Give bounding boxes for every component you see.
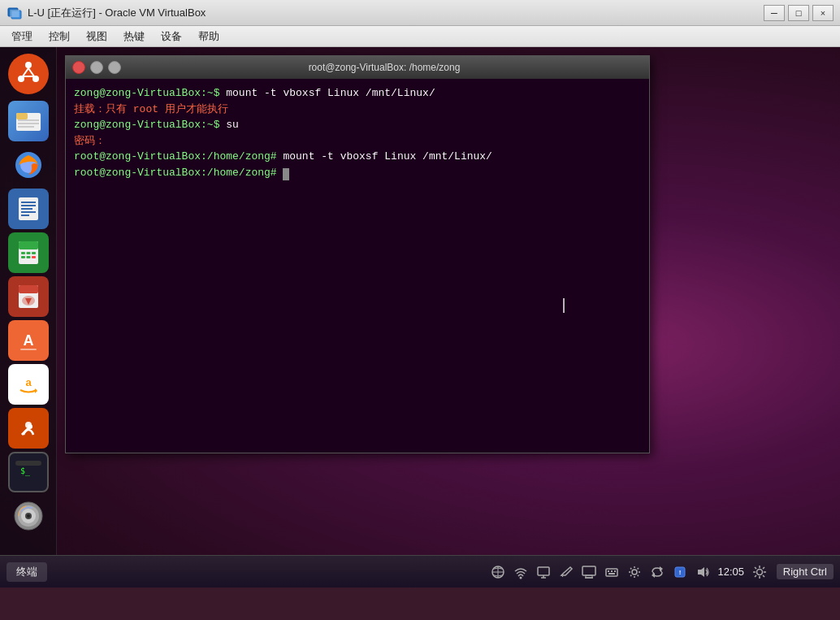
monitor-icon[interactable] bbox=[580, 563, 598, 581]
svg-rect-8 bbox=[16, 113, 28, 119]
svg-rect-22 bbox=[21, 252, 25, 254]
minimize-button[interactable]: ─ bbox=[764, 5, 785, 21]
wifi-icon[interactable] bbox=[512, 563, 530, 581]
svg-rect-44 bbox=[15, 461, 41, 466]
svg-rect-10 bbox=[18, 123, 39, 124]
terminal-cursor bbox=[283, 168, 289, 180]
svg-rect-21 bbox=[19, 241, 38, 249]
terminal-line-1: zong@zong-VirtualBox:~$ mount -t vboxsf … bbox=[74, 85, 641, 102]
svg-text:A: A bbox=[23, 332, 33, 349]
system-settings-icon[interactable] bbox=[751, 563, 769, 581]
svg-rect-11 bbox=[18, 126, 34, 128]
svg-text:$_: $_ bbox=[20, 466, 31, 476]
close-button[interactable]: × bbox=[812, 5, 834, 21]
terminal-minimize-button[interactable] bbox=[90, 61, 103, 74]
titlebar-buttons: ─ □ × bbox=[764, 5, 834, 21]
svg-rect-25 bbox=[21, 256, 25, 258]
taskbar: 终端 bbox=[0, 555, 840, 587]
svg-point-49 bbox=[27, 514, 30, 518]
svg-rect-23 bbox=[26, 252, 30, 254]
titlebar: L-U [正在运行] - Oracle VM VirtualBox ─ □ × bbox=[0, 0, 840, 26]
menu-view[interactable]: 视图 bbox=[78, 28, 115, 46]
cmd-3: mount -t vboxsf Linux /mnt/Linux/ bbox=[283, 150, 491, 163]
terminal-line-2: 挂载：只有 root 用户才能执行 bbox=[74, 102, 641, 118]
prompt-2: zong@zong-VirtualBox:~$ bbox=[74, 119, 226, 131]
svg-rect-18 bbox=[21, 211, 36, 213]
keyboard-icon[interactable] bbox=[603, 563, 621, 581]
svg-marker-71 bbox=[698, 567, 704, 577]
clock-display: 12:05 bbox=[717, 566, 746, 578]
menu-help[interactable]: 帮助 bbox=[190, 28, 227, 46]
right-ctrl-label: Right Ctrl bbox=[777, 564, 834, 579]
sidebar-item-ubuntu[interactable] bbox=[8, 54, 49, 94]
password-label: 密码： bbox=[74, 135, 106, 147]
sidebar-item-files[interactable] bbox=[8, 101, 49, 141]
maximize-button[interactable]: □ bbox=[788, 5, 809, 21]
menu-manage[interactable]: 管理 bbox=[3, 28, 41, 46]
svg-point-66 bbox=[632, 570, 637, 574]
terminal-maximize-button[interactable] bbox=[108, 61, 121, 74]
cmd-2: su bbox=[226, 119, 239, 131]
sidebar-item-impress[interactable] bbox=[8, 276, 49, 317]
pencil-icon[interactable] bbox=[557, 563, 575, 581]
terminal-line-3: zong@zong-VirtualBox:~$ su bbox=[74, 117, 641, 133]
svg-rect-19 bbox=[21, 215, 29, 216]
svg-rect-2 bbox=[10, 9, 19, 17]
error-text: 挂载：只有 root 用户才能执行 bbox=[74, 103, 228, 115]
gear-icon[interactable] bbox=[626, 563, 643, 581]
prompt-1: zong@zong-VirtualBox:~$ bbox=[74, 87, 226, 99]
sidebar-item-appstore[interactable]: A bbox=[8, 320, 49, 361]
sidebar-item-dvd[interactable] bbox=[8, 496, 49, 536]
svg-rect-58 bbox=[582, 566, 595, 575]
svg-rect-16 bbox=[21, 205, 36, 206]
terminal-line-5: root@zong-VirtualBox:/home/zong# mount -… bbox=[74, 149, 641, 165]
sidebar-dock: A a bbox=[0, 47, 57, 555]
terminal-titlebar: root@zong-VirtualBox: /home/zong bbox=[66, 56, 649, 79]
sidebar-item-calc[interactable] bbox=[8, 232, 49, 273]
volume-icon[interactable] bbox=[694, 563, 712, 581]
terminal-title: root@zong-VirtualBox: /home/zong bbox=[126, 62, 643, 73]
terminal-line-6: root@zong-VirtualBox:/home/zong# bbox=[74, 165, 641, 181]
terminal-close-button[interactable] bbox=[72, 61, 85, 74]
svg-rect-29 bbox=[19, 285, 38, 293]
svg-rect-17 bbox=[21, 208, 32, 210]
svg-rect-9 bbox=[18, 119, 39, 121]
notification-icon[interactable]: ! bbox=[671, 563, 689, 581]
taskbar-terminal-label[interactable]: 终端 bbox=[6, 562, 47, 582]
sidebar-item-writer[interactable] bbox=[8, 189, 49, 229]
menubar: 管理 控制 视图 热键 设备 帮助 bbox=[0, 26, 840, 47]
menu-hotkeys[interactable]: 热键 bbox=[115, 28, 153, 46]
terminal-window: root@zong-VirtualBox: /home/zong zong@zo… bbox=[65, 55, 650, 453]
svg-rect-62 bbox=[608, 570, 609, 572]
svg-text:a: a bbox=[25, 376, 32, 388]
sidebar-item-settings[interactable] bbox=[8, 408, 49, 449]
svg-point-72 bbox=[756, 569, 762, 574]
svg-rect-54 bbox=[538, 567, 549, 575]
svg-rect-65 bbox=[608, 573, 615, 574]
svg-text:!: ! bbox=[678, 569, 681, 576]
sync-icon[interactable] bbox=[648, 563, 666, 581]
prompt-3: root@zong-VirtualBox:/home/zong# bbox=[74, 150, 283, 163]
sidebar-item-amazon[interactable]: a bbox=[8, 364, 49, 405]
svg-rect-34 bbox=[20, 349, 37, 350]
svg-rect-26 bbox=[26, 256, 30, 258]
svg-rect-63 bbox=[611, 570, 613, 572]
menu-control[interactable]: 控制 bbox=[41, 28, 78, 46]
svg-rect-15 bbox=[21, 202, 36, 203]
svg-rect-24 bbox=[32, 252, 36, 254]
svg-point-41 bbox=[28, 424, 32, 429]
window-title: L-U [正在运行] - Oracle VM VirtualBox bbox=[28, 6, 764, 20]
cmd-1: mount -t vboxsf Linux /mnt/Linux/ bbox=[226, 87, 435, 99]
network-icon[interactable] bbox=[489, 563, 507, 581]
menu-devices[interactable]: 设备 bbox=[153, 28, 190, 46]
svg-rect-64 bbox=[614, 570, 616, 572]
sidebar-item-firefox[interactable] bbox=[8, 145, 49, 185]
svg-rect-61 bbox=[606, 569, 617, 576]
svg-rect-27 bbox=[32, 256, 36, 258]
terminal-body[interactable]: zong@zong-VirtualBox:~$ mount -t vboxsf … bbox=[66, 79, 649, 453]
virtualbox-icon bbox=[6, 5, 23, 21]
display-icon[interactable] bbox=[535, 563, 552, 581]
terminal-line-4: 密码： bbox=[74, 133, 641, 150]
sidebar-item-terminal[interactable]: $_ bbox=[8, 452, 49, 492]
taskbar-right: ! 12:05 Right Ctrl bbox=[489, 563, 834, 581]
